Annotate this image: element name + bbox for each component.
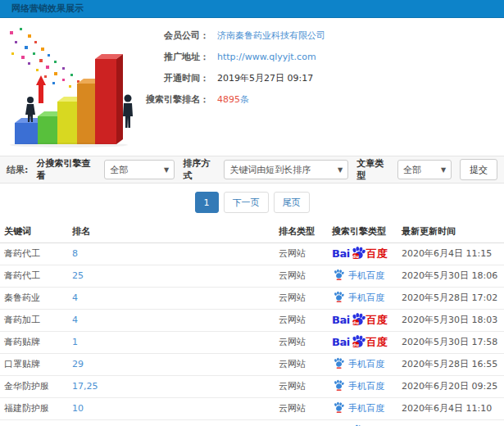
article-type-select[interactable]: 全部 ▼ <box>397 160 452 179</box>
svg-text:du: du <box>352 342 359 347</box>
article-type-label: 文章类型 <box>356 157 393 182</box>
rank-link[interactable]: 17,25 <box>72 381 98 392</box>
engine-filter-select[interactable]: 全部 ▼ <box>104 160 175 179</box>
rank-type-cell: 云网站 <box>279 265 332 287</box>
page-title: 网络营销效果展示 <box>11 2 84 15</box>
baidu-pc-logo: Bai du 百度 <box>332 312 388 329</box>
next-page-button[interactable]: 下一页 <box>224 192 269 213</box>
engine-type-cell: Bai du 百度 <box>332 242 402 265</box>
table-row: 福建防护服10云网站 手机百度 2020年6月4日 11:10 <box>0 397 504 419</box>
open-time-row: 开通时间： 2019年5月27日 09:17 <box>143 67 325 88</box>
updated-cell: 2020年5月30日 18:03 <box>402 309 504 331</box>
marketing-dashboard: 网络营销效果展示 <box>0 0 504 426</box>
svg-text:du: du <box>352 253 359 258</box>
table-row: 膏药贴牌1云网站 Bai du 百度 2020年5月30日 17:58 <box>0 331 504 353</box>
mobile-baidu-paw-icon <box>333 357 344 371</box>
engine-type-cell: 手机百度 <box>332 287 402 309</box>
rank-link[interactable]: 10 <box>72 403 84 414</box>
member-company-link[interactable]: 济南秦鲁药业科技有限公司 <box>217 29 325 42</box>
table-row: 膏药加工4云网站 Bai du 百度 2020年5月30日 18:03 <box>0 309 504 331</box>
mobile-baidu-paw-icon <box>333 269 344 283</box>
company-info-section: 会员公司： 济南秦鲁药业科技有限公司 推广地址： http://www.qlyy… <box>0 18 504 156</box>
member-company-label: 会员公司： <box>143 29 209 42</box>
rank-link[interactable]: 4 <box>72 315 78 325</box>
rank-link[interactable]: 1 <box>72 337 78 347</box>
rank-type-cell: 云网站 <box>279 397 332 419</box>
updated-cell: 2020年6月20日 09:25 <box>402 375 504 397</box>
keyword-cell: 膏药代工 <box>0 242 72 265</box>
rank-type-cell: 云网站 <box>279 242 332 265</box>
table-row: 膏药代工8云网站 Bai du 百度 2020年6月4日 11:15 <box>0 242 504 265</box>
baidu-mobile-logo: 手机百度 <box>332 401 384 415</box>
table-row: 膏药代工25云网站 手机百度 2020年5月30日 18:06 <box>0 265 504 287</box>
rank-type-cell: 云网站 <box>279 331 332 353</box>
promo-url-label: 推广地址： <box>143 51 209 63</box>
engine-filter-label: 分搜索引擎查看 <box>36 157 99 182</box>
rank-link[interactable]: 29 <box>72 359 84 369</box>
baidu-paw-icon: du <box>351 246 366 262</box>
member-company-row: 会员公司： 济南秦鲁药业科技有限公司 <box>143 25 325 46</box>
promo-url-row: 推广地址： http://www.qlyyjt.com <box>143 46 325 67</box>
baidu-pc-logo: Bai du 百度 <box>332 246 388 262</box>
col-keyword: 关键词 <box>0 221 72 242</box>
rank-type-cell: 云网站 <box>279 353 332 375</box>
rank-unit: 条 <box>240 94 249 105</box>
submit-button[interactable]: 提交 <box>460 159 497 180</box>
company-info-rows: 会员公司： 济南秦鲁药业科技有限公司 推广地址： http://www.qlyy… <box>143 25 325 110</box>
keyword-cell: 膏药加工 <box>0 309 72 331</box>
rankings-table: 关键词 排名 排名类型 搜索引擎类型 最新更新时间 膏药代工8云网站 Bai d… <box>0 221 504 420</box>
keyword-cell: 金华防护服 <box>0 375 72 397</box>
last-page-button[interactable]: 尾页 <box>274 192 310 213</box>
mobile-baidu-paw-icon <box>333 401 344 415</box>
updated-cell: 2020年6月4日 11:15 <box>402 242 504 265</box>
confetti-dots <box>10 28 87 91</box>
rank-link[interactable]: 8 <box>72 248 78 259</box>
table-header-row: 关键词 排名 排名类型 搜索引擎类型 最新更新时间 <box>0 221 504 242</box>
engine-type-cell: 手机百度 <box>332 397 402 419</box>
rank-type-cell: 云网站 <box>279 309 332 331</box>
rank-count: 4895 <box>217 94 240 105</box>
engine-type-cell: 手机百度 <box>332 265 402 287</box>
baidu-paw-icon: du <box>351 334 366 351</box>
partial-next-row: 手机百度 <box>0 423 504 426</box>
baidu-mobile-logo: 手机百度 <box>332 269 384 283</box>
updated-cell: 2020年5月30日 17:58 <box>402 331 504 353</box>
open-time-label: 开通时间： <box>143 72 209 84</box>
mobile-baidu-paw-icon <box>333 379 344 393</box>
promo-url-link[interactable]: http://www.qlyyjt.com <box>217 52 316 62</box>
rank-link[interactable]: 4 <box>72 292 78 303</box>
chevron-down-icon: ▼ <box>338 166 343 174</box>
filter-bar: 结果: 分搜索引擎查看 全部 ▼ 排序方式 关键词由短到长排序 ▼ 文章类型 全… <box>0 156 504 184</box>
sort-select[interactable]: 关键词由短到长排序 ▼ <box>224 160 348 179</box>
col-rank-type: 排名类型 <box>279 221 332 242</box>
title-bar: 网络营销效果展示 <box>0 0 504 18</box>
keyword-cell: 秦鲁药业 <box>0 287 72 309</box>
keyword-cell: 口罩贴牌 <box>0 353 72 375</box>
col-engine-type: 搜索引擎类型 <box>332 221 402 242</box>
businessman-right <box>123 95 133 129</box>
rank-type-cell: 云网站 <box>279 375 332 397</box>
baidu-pc-logo: Bai du 百度 <box>332 334 388 351</box>
table-row: 秦鲁药业4云网站 手机百度 2020年5月28日 17:02 <box>0 287 504 309</box>
mobile-baidu-paw-icon <box>333 291 344 305</box>
rank-link[interactable]: 25 <box>72 270 84 281</box>
engine-type-cell: Bai du 百度 <box>332 309 402 331</box>
engine-type-cell: 手机百度 <box>332 353 402 375</box>
engine-type-cell: Bai du 百度 <box>332 331 402 353</box>
pagination: 1 下一页 尾页 <box>0 184 504 221</box>
table-row: 口罩贴牌29云网站 手机百度 2020年5月28日 16:55 <box>0 353 504 375</box>
updated-cell: 2020年5月30日 18:06 <box>402 265 504 287</box>
updated-cell: 2020年6月4日 11:10 <box>402 397 504 419</box>
col-updated: 最新更新时间 <box>402 221 504 242</box>
bar-chart-clipart <box>3 23 138 151</box>
baidu-mobile-logo: 手机百度 <box>332 379 384 393</box>
chevron-down-icon: ▼ <box>164 166 169 174</box>
keyword-cell: 福建防护服 <box>0 397 72 419</box>
updated-cell: 2020年5月28日 17:02 <box>402 287 504 309</box>
result-label: 结果: <box>7 164 28 176</box>
engine-rank-label: 搜索引擎排名： <box>143 93 209 106</box>
up-arrow-icon <box>36 75 46 103</box>
engine-type-cell: 手机百度 <box>332 375 402 397</box>
sort-label: 排序方式 <box>183 157 219 182</box>
page-1-button[interactable]: 1 <box>195 192 219 213</box>
